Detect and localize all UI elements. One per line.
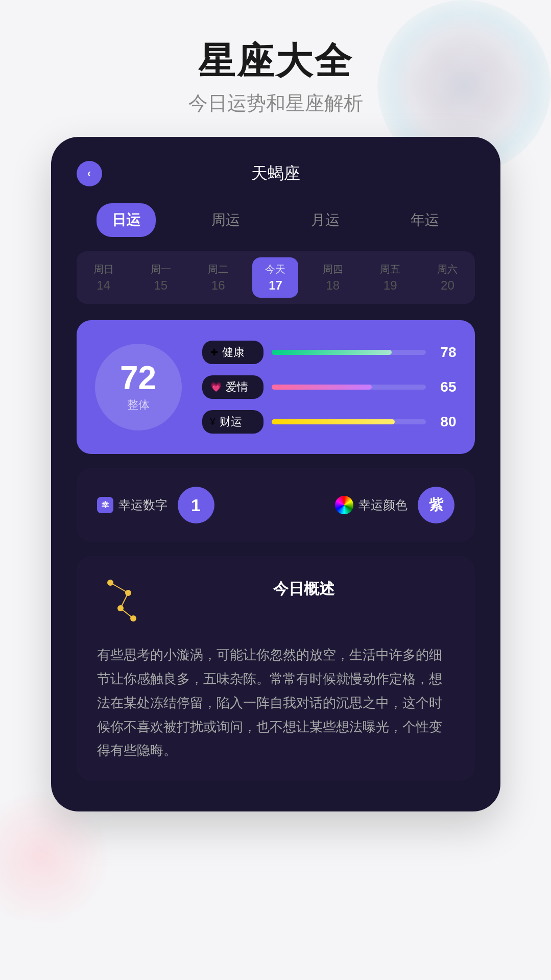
- love-bar-container: [272, 385, 426, 390]
- lucky-color-section: 幸运颜色 紫: [276, 487, 454, 523]
- day-number-6: 20: [441, 278, 454, 293]
- day-number-2: 16: [211, 278, 225, 293]
- health-bar: [272, 350, 392, 355]
- love-icon: 💗: [210, 381, 222, 393]
- day-number-5: 19: [384, 278, 397, 293]
- score-card: 72 整体 ✚ 健康 78 💗 爱情: [77, 320, 475, 454]
- day-label-1: 周一: [151, 262, 171, 276]
- overview-title: 今日概述: [153, 575, 454, 600]
- day-item-0[interactable]: 周日 14: [81, 257, 127, 298]
- day-item-4[interactable]: 周四 18: [310, 257, 356, 298]
- phone-card: ‹ 天蝎座 日运 周运 月运 年运 周日 14 周一 15 周二 16 今天 1…: [51, 137, 500, 811]
- sign-name: 天蝎座: [251, 162, 300, 185]
- overview-header: 今日概述: [97, 575, 454, 631]
- lucky-number-label: 幸运数字: [118, 497, 167, 513]
- lucky-color-label: 幸运颜色: [358, 497, 408, 513]
- score-value: 72: [120, 362, 156, 394]
- lucky-card: 幸 幸运数字 1 幸运颜色 紫: [77, 468, 475, 542]
- back-icon: ‹: [87, 168, 91, 179]
- tab-yearly[interactable]: 年运: [395, 203, 454, 237]
- lucky-number-icon: 幸: [97, 497, 113, 513]
- health-icon: ✚: [210, 347, 218, 358]
- lucky-number-value: 1: [178, 487, 214, 523]
- app-title: 星座大全: [0, 41, 551, 81]
- tab-daily[interactable]: 日运: [97, 203, 156, 237]
- lucky-color-value: 紫: [418, 487, 454, 523]
- period-tabs: 日运 周运 月运 年运: [77, 203, 475, 237]
- overview-text: 有些思考的小漩涡，可能让你忽然的放空，生活中许多的细节让你感触良多，五味杂陈。常…: [97, 643, 454, 762]
- day-number-4: 18: [326, 278, 340, 293]
- back-button[interactable]: ‹: [77, 161, 102, 186]
- day-label-6: 周六: [437, 262, 458, 276]
- tab-weekly[interactable]: 周运: [196, 203, 255, 237]
- health-value: 78: [434, 344, 457, 361]
- love-bar: [272, 385, 372, 390]
- day-label-5: 周五: [380, 262, 400, 276]
- money-bar: [272, 419, 395, 424]
- svg-line-0: [110, 583, 128, 593]
- score-label: 整体: [127, 397, 150, 413]
- money-bar-container: [272, 419, 426, 424]
- day-item-6[interactable]: 周六 20: [424, 257, 470, 298]
- metric-badge-love: 💗 爱情: [202, 375, 263, 399]
- health-label: 健康: [222, 345, 245, 360]
- overview-card: 今日概述 有些思考的小漩涡，可能让你忽然的放空，生活中许多的细节让你感触良多，五…: [77, 556, 475, 781]
- lucky-color-icon: [335, 496, 353, 514]
- metric-love: 💗 爱情 65: [202, 375, 457, 399]
- day-label-3: 今天: [265, 262, 285, 276]
- day-label-4: 周四: [323, 262, 343, 276]
- overall-score: 72 整体: [95, 344, 182, 431]
- nav-bar: ‹ 天蝎座: [77, 162, 475, 185]
- love-label: 爱情: [226, 379, 248, 395]
- lucky-color-label-group: 幸运颜色: [335, 496, 408, 514]
- app-subtitle: 今日运势和星座解析: [0, 90, 551, 116]
- money-value: 80: [434, 414, 457, 430]
- day-item-5[interactable]: 周五 19: [367, 257, 413, 298]
- constellation-lines: [97, 575, 143, 631]
- metric-badge-health: ✚ 健康: [202, 341, 263, 364]
- constellation-decoration: [97, 575, 143, 631]
- day-number-1: 15: [154, 278, 167, 293]
- day-label-2: 周二: [208, 262, 228, 276]
- day-item-2[interactable]: 周二 16: [195, 257, 241, 298]
- metrics: ✚ 健康 78 💗 爱情 65: [202, 341, 457, 434]
- day-item-3[interactable]: 今天 17: [252, 257, 298, 298]
- money-label: 财运: [220, 414, 242, 429]
- day-item-1[interactable]: 周一 15: [138, 257, 184, 298]
- svg-line-1: [121, 593, 128, 608]
- money-icon: ¥: [210, 417, 215, 427]
- lucky-number-section: 幸 幸运数字 1: [97, 487, 276, 523]
- day-number-0: 14: [97, 278, 110, 293]
- lucky-number-label-group: 幸 幸运数字: [97, 497, 167, 513]
- header: 星座大全 今日运势和星座解析: [0, 0, 551, 137]
- svg-line-2: [121, 608, 133, 618]
- health-bar-container: [272, 350, 426, 355]
- day-number-3: 17: [269, 278, 282, 293]
- day-selector: 周日 14 周一 15 周二 16 今天 17 周四 18 周五 19 周六 2…: [77, 251, 475, 304]
- love-value: 65: [434, 379, 457, 395]
- metric-money: ¥ 财运 80: [202, 410, 457, 434]
- metric-health: ✚ 健康 78: [202, 341, 457, 364]
- tab-monthly[interactable]: 月运: [296, 203, 355, 237]
- day-label-0: 周日: [93, 262, 114, 276]
- metric-badge-money: ¥ 财运: [202, 410, 263, 434]
